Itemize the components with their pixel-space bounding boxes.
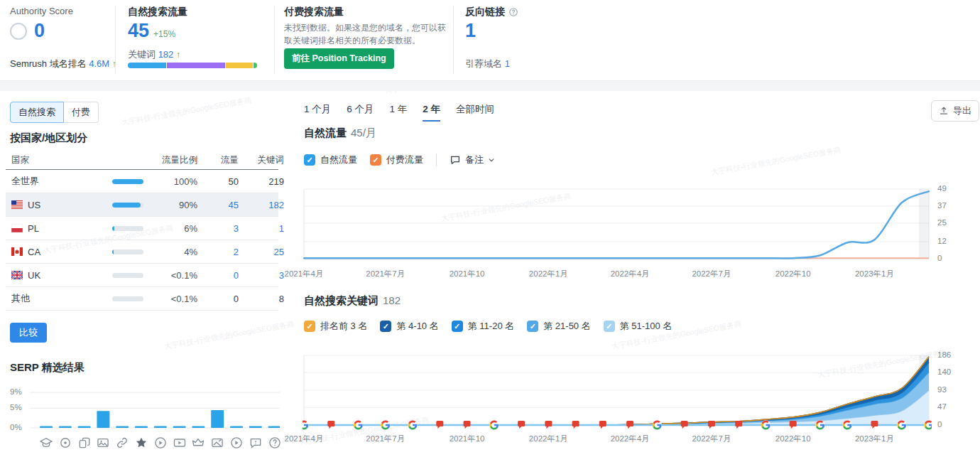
organic-traffic-chart[interactable]: [303, 185, 932, 264]
tab-paid[interactable]: 付费: [64, 102, 99, 123]
google-update-icon[interactable]: [489, 420, 499, 429]
keywords-legend-toggle-1[interactable]: ✓排名前 3 名: [304, 320, 367, 333]
share-bar: [112, 179, 143, 184]
serp-bar[interactable]: [116, 426, 129, 429]
link-icon[interactable]: [115, 436, 129, 450]
google-update-icon[interactable]: [843, 420, 852, 429]
traffic-value[interactable]: 0: [197, 270, 239, 281]
note-flag-icon[interactable]: [327, 421, 334, 429]
google-update-icon[interactable]: [408, 420, 417, 429]
note-flag-icon[interactable]: [599, 421, 606, 429]
notes-dropdown[interactable]: 备注: [450, 154, 495, 166]
note-flag-icon[interactable]: [735, 421, 742, 429]
play-circle-icon[interactable]: [153, 436, 168, 450]
traffic-value[interactable]: 2: [197, 247, 239, 257]
x-tick-label: 2023年1月: [846, 269, 903, 279]
serp-bar[interactable]: [135, 426, 148, 429]
serp-bar[interactable]: [249, 426, 262, 429]
domain-rank-value[interactable]: 4.6M: [89, 58, 109, 69]
range-tab-3[interactable]: 1 年: [390, 103, 408, 122]
country-row[interactable]: PL6%31: [6, 217, 278, 240]
export-button[interactable]: 导出: [931, 100, 979, 122]
y-tick-label: 47: [937, 402, 947, 411]
share-bar-cell: [112, 203, 152, 208]
share-bar-cell: [112, 226, 152, 231]
star-icon[interactable]: [134, 436, 148, 450]
note-flag-icon[interactable]: [545, 421, 552, 429]
traffic-value[interactable]: 3: [197, 223, 239, 234]
keywords-legend-toggle-3[interactable]: ✓第 11-20 名: [452, 320, 515, 333]
compare-button[interactable]: 比较: [10, 323, 47, 343]
comment-icon[interactable]: [249, 436, 263, 450]
keywords-count[interactable]: 182: [158, 49, 174, 60]
range-tab-5[interactable]: 全部时间: [456, 103, 494, 122]
play-circle-icon[interactable]: [229, 436, 244, 450]
paid-traffic-toggle[interactable]: ✓ 付费流量: [370, 154, 423, 166]
range-tab-2[interactable]: 6 个月: [347, 103, 374, 122]
google-update-icon[interactable]: [381, 420, 390, 429]
column-header: 流量: [197, 154, 239, 166]
serp-features-chart[interactable]: [11, 384, 280, 434]
range-tab-1[interactable]: 1 个月: [304, 103, 331, 122]
keywords-intent-bar: [128, 63, 257, 68]
country-label: CA: [28, 247, 40, 257]
note-flag-icon[interactable]: [572, 421, 579, 429]
keywords-legend-toggle-4[interactable]: ✓第 21-50 名: [527, 320, 590, 333]
serp-bar[interactable]: [230, 426, 243, 429]
note-flag-icon[interactable]: [626, 421, 633, 429]
serp-bar[interactable]: [154, 426, 167, 429]
watermark-text: 大宇科技-行业领先的GoogleSEO服务商: [710, 145, 842, 178]
serp-bar[interactable]: [78, 426, 91, 429]
image-icon[interactable]: [96, 436, 110, 450]
serp-bar[interactable]: [59, 426, 72, 429]
google-update-icon[interactable]: [761, 420, 771, 429]
serp-bar[interactable]: [211, 410, 224, 428]
ref-domains-value[interactable]: 1: [505, 58, 510, 69]
paid-traffic-message: 未找到数据。如果这是您的域名，您可以获取关键词排名相关的所有必要数据。: [284, 21, 449, 47]
position-tracking-button[interactable]: 前往 Position Tracking: [284, 48, 394, 69]
traffic-chart-legend: ✓ 自然流量 ✓ 付费流量 备注: [304, 154, 495, 166]
google-update-icon[interactable]: [815, 420, 824, 429]
country-row[interactable]: 其他<0.1%08: [6, 287, 278, 311]
graduation-cap-icon[interactable]: [39, 436, 53, 450]
traffic-value[interactable]: 45: [197, 200, 239, 210]
domain-rank-label: Semrush 域名排名: [10, 58, 87, 69]
country-row[interactable]: CA4%225: [6, 240, 278, 264]
keywords-legend-toggle-5[interactable]: ✓第 51-100 名: [604, 320, 673, 333]
google-update-icon[interactable]: [303, 420, 309, 429]
tab-organic[interactable]: 自然搜索: [10, 102, 64, 123]
serp-bar[interactable]: [173, 426, 186, 429]
location-icon[interactable]: [58, 436, 72, 450]
note-flag-icon[interactable]: [464, 421, 471, 429]
video-icon[interactable]: [173, 436, 187, 450]
date-range-tabs: 1 个月6 个月1 年2 年全部时间: [304, 103, 494, 122]
keywords-chart[interactable]: [303, 351, 932, 435]
organic-traffic-toggle[interactable]: ✓ 自然流量: [304, 154, 357, 166]
serp-bar[interactable]: [192, 426, 205, 429]
note-flag-icon[interactable]: [518, 421, 525, 429]
copy-icon[interactable]: [77, 436, 92, 450]
keywords-value[interactable]: 182: [239, 200, 284, 210]
crown-icon[interactable]: [191, 436, 205, 450]
country-row[interactable]: 全世界100%50219: [6, 170, 278, 193]
google-update-icon[interactable]: [354, 420, 363, 429]
keywords-legend-toggle-2[interactable]: ✓第 4-10 名: [380, 320, 438, 333]
picture-icon[interactable]: [210, 436, 224, 450]
serp-bar[interactable]: [40, 426, 53, 429]
note-flag-icon[interactable]: [871, 421, 878, 429]
google-update-icon[interactable]: [897, 420, 906, 429]
note-flag-icon[interactable]: [436, 421, 443, 429]
google-update-icon[interactable]: [653, 420, 662, 429]
note-flag-icon[interactable]: [681, 421, 688, 429]
keywords-value[interactable]: 25: [239, 247, 284, 257]
share-bar-cell: [112, 249, 152, 254]
range-tab-4[interactable]: 2 年: [423, 103, 440, 122]
country-row[interactable]: US90%45182: [6, 193, 278, 217]
serp-bar[interactable]: [268, 426, 280, 429]
note-flag-icon[interactable]: [790, 421, 797, 429]
header-divider: [274, 6, 275, 74]
serp-bar[interactable]: [97, 411, 109, 428]
country-row[interactable]: UK<0.1%03: [6, 264, 278, 287]
keywords-value[interactable]: 1: [239, 223, 284, 234]
note-flag-icon[interactable]: [708, 421, 715, 429]
